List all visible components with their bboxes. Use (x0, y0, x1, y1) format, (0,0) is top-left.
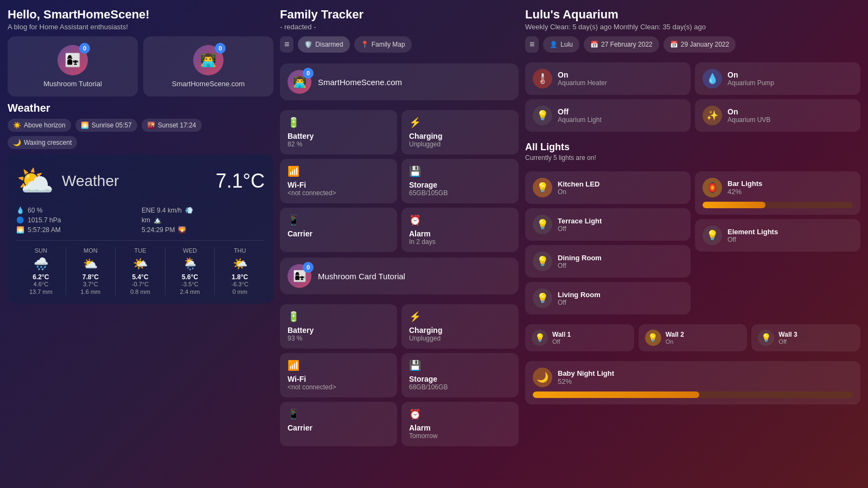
living-icon: 💡 (533, 288, 552, 308)
tracker-person-name-0: SmartHomeScene.com (318, 78, 402, 87)
weather-title: Weather (8, 102, 273, 114)
baby-light-header: 🌙 Baby Night Light 52% (533, 368, 853, 387)
kitchen-led-icon: 💡 (533, 178, 552, 197)
storage-icon-1: 💾 (409, 359, 511, 371)
element-lights-card[interactable]: 💡 Element Lights Off (695, 219, 860, 252)
person-card-0[interactable]: 👩‍👧 0 Mushroom Tutorial (8, 36, 138, 97)
wall-1-card[interactable]: 💡 Wall 1 Off (525, 324, 634, 351)
living-card[interactable]: 💡 Living Room Off (525, 282, 691, 314)
battery-card-0: 🔋 Battery 82 % (280, 110, 397, 155)
calendar-icon-1: 📅 (590, 41, 598, 48)
aquarium-tab-date1[interactable]: 📅 27 February 2022 (584, 36, 659, 53)
baby-light-icon: 🌙 (533, 368, 552, 387)
subtitle: A blog for Home Assistant enthusiasts! (8, 23, 273, 31)
tracker-person-0[interactable]: 👨‍💻 0 SmartHomeScene.com (280, 63, 519, 100)
weather-forecast: SUN 🌧️ 6.2°C 4.6°C 13.7 mm MON ⛅ 7.8°C 3… (16, 240, 265, 295)
bar-lights-progress (703, 202, 853, 208)
aquarium-devices: 🌡️ On Aquarium Heater 💧 On Aquarium Pump… (525, 62, 860, 132)
tracker-person-1[interactable]: 👩‍👧 0 Mushroom Card Tutorial (280, 258, 519, 294)
aquarium-menu-btn[interactable]: ≡ (525, 36, 539, 53)
shield-icon: 🛡️ (304, 41, 312, 48)
weather-icon: ⛅ (16, 163, 54, 199)
calendar-icon-2: 📅 (670, 41, 678, 48)
pump-icon: 💧 (703, 69, 722, 88)
person-card-1[interactable]: 👨‍💻 0 SmartHomeScene.com (143, 36, 273, 97)
device-pump[interactable]: 💧 On Aquarium Pump (695, 62, 860, 95)
aquarium-subtitle: Weekly Clean: 5 day(s) ago Monthly Clean… (525, 23, 860, 31)
wifi-card-0: 📶 Wi-Fi <not connected> (280, 159, 397, 203)
person-name-0: Mushroom Tutorial (43, 80, 102, 88)
kitchen-led-card[interactable]: 💡 Kitchen LED On (525, 171, 691, 204)
carrier-icon-0: 📱 (288, 214, 390, 226)
greeting: Hello, SmartHomeScene! (8, 8, 273, 22)
forecast-thu: THU 🌤️ 1.8°C -6.3°C 0 mm (215, 247, 265, 295)
forecast-tue: TUE 🌤️ 5.4°C -0.7°C 0.8 mm (116, 247, 165, 295)
bar-lights-header: 🏮 Bar Lights 42% (703, 178, 853, 197)
forecast-wed: WED 🌦️ 5.6°C -3.5°C 2.4 mm (165, 247, 215, 295)
wall-3-icon: 💡 (758, 330, 774, 346)
tracker-menu-btn[interactable]: ≡ (280, 36, 293, 53)
aqua-light-icon: 💡 (533, 106, 552, 125)
family-map-btn[interactable]: 📍 Family Map (354, 36, 412, 53)
wall-3-card[interactable]: 💡 Wall 3 Off (751, 324, 860, 351)
person-cards: 👩‍👧 0 Mushroom Tutorial 👨‍💻 0 SmartHomeS… (8, 36, 273, 97)
dining-card[interactable]: 💡 Dining Room Off (525, 245, 691, 278)
weather-tags: ☀️Above horizon 🌅Sunrise 05:57 🌇Sunset 1… (8, 119, 273, 149)
carrier-card-1: 📱 Carrier (280, 402, 397, 446)
aquarium-title: Lulu's Aquarium (525, 8, 860, 22)
device-light[interactable]: 💡 Off Aquarium Light (525, 99, 691, 132)
person-1-info: 🔋 Battery 93 % ⚡ Charging Unplugged 📶 Wi… (280, 304, 519, 446)
weather-card: ⛅ Weather 7.1°C 💧60 % ENE 9.4 km/h💨 🔵101… (8, 155, 273, 304)
device-heater[interactable]: 🌡️ On Aquarium Heater (525, 62, 691, 95)
alarm-icon-1: ⏰ (409, 408, 511, 420)
wifi-card-1: 📶 Wi-Fi <not connected> (280, 353, 397, 397)
wifi-icon-0: 📶 (288, 165, 390, 177)
charging-icon-0: ⚡ (409, 117, 511, 129)
terrace-icon: 💡 (533, 215, 552, 234)
weather-tag-2: 🌇Sunset 17:24 (142, 119, 202, 132)
terrace-card[interactable]: 💡 Terrace Light Off (525, 208, 691, 241)
wall-2-card[interactable]: 💡 Wall 2 On (639, 324, 748, 351)
all-lights-title: All Lights (525, 142, 860, 153)
device-uvb[interactable]: ✨ On Aquarium UVB (695, 99, 860, 132)
tracker-title: Family Tracker (280, 8, 519, 22)
tracker-avatar-0: 👨‍💻 0 (288, 70, 311, 94)
all-lights-sub: Currently 5 lights are on! (525, 154, 860, 162)
storage-card-0: 💾 Storage 65GB/105GB (401, 159, 519, 203)
alarm-icon-0: ⏰ (409, 214, 511, 226)
bar-lights-fill (703, 202, 765, 208)
weather-sunset: 5:24:29 PM🌄 (142, 226, 265, 234)
bar-lights-icon: 🏮 (703, 178, 722, 197)
weather-time: 🌅5:57:28 AM (16, 226, 139, 234)
weather-wind: ENE 9.4 km/h💨 (142, 207, 265, 214)
carrier-card-0: 📱 Carrier (280, 208, 397, 252)
charging-icon-1: ⚡ (409, 311, 511, 323)
tracker-person-name-1: Mushroom Card Tutorial (318, 272, 405, 281)
battery-icon-1: 🔋 (288, 311, 390, 323)
baby-light-progress (533, 391, 853, 398)
carrier-icon-1: 📱 (288, 408, 390, 420)
aquarium-tab-date2[interactable]: 📅 29 January 2022 (663, 36, 736, 53)
weather-label: Weather (62, 172, 119, 190)
tracker-badge-0: 0 (303, 68, 314, 79)
weather-section: Weather ☀️Above horizon 🌅Sunrise 05:57 🌇… (8, 102, 273, 304)
right-panel: Lulu's Aquarium Weekly Clean: 5 day(s) a… (525, 8, 860, 480)
alarm-card-0: ⏰ Alarm In 2 days (401, 208, 519, 252)
bar-lights-card[interactable]: 🏮 Bar Lights 42% (695, 171, 860, 215)
charging-card-0: ⚡ Charging Unplugged (401, 110, 519, 155)
forecast-mon: MON ⛅ 7.8°C 3.7°C 1.6 mm (66, 247, 116, 295)
tracker-badge-1: 0 (303, 262, 314, 273)
aquarium-tab-lulu[interactable]: 👤 Lulu (543, 36, 579, 53)
baby-light-card[interactable]: 🌙 Baby Night Light 52% (525, 361, 860, 404)
wall-grid: 💡 Wall 1 Off 💡 Wall 2 On 💡 Wall 3 Off (525, 324, 860, 351)
avatar-0: 👩‍👧 0 (58, 45, 88, 75)
element-lights-icon: 💡 (703, 226, 722, 245)
weather-main: ⛅ Weather 7.1°C (16, 163, 265, 199)
weather-details: 💧60 % ENE 9.4 km/h💨 🔵1015.7 hPa km🏔️ 🌅5:… (16, 207, 265, 234)
dining-icon: 💡 (533, 252, 552, 271)
disarmed-btn[interactable]: 🛡️ Disarmed (298, 36, 349, 53)
weather-tag-0: ☀️Above horizon (8, 119, 71, 132)
charging-card-1: ⚡ Charging Unplugged (401, 304, 519, 349)
weather-km: km🏔️ (142, 216, 265, 224)
person-0-info: 🔋 Battery 82 % ⚡ Charging Unplugged 📶 Wi… (280, 110, 519, 252)
